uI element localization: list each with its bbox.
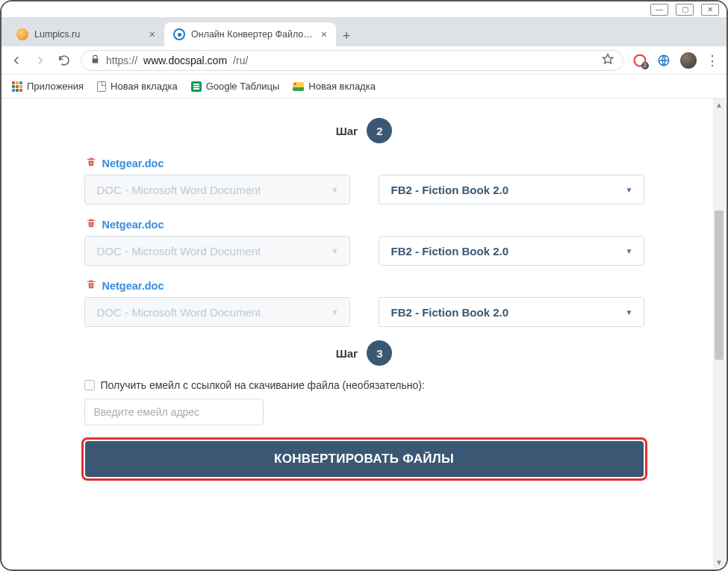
svg-marker-0	[603, 54, 612, 63]
select-value: FB2 - Fiction Book 2.0	[391, 245, 509, 258]
chevron-down-icon: ▼	[332, 186, 339, 194]
step-label: Шаг	[336, 125, 358, 137]
converter-card: Шаг 2 Netgear.doc DOC - Microsoft Word D…	[55, 99, 674, 503]
bookmark-label: Google Таблицы	[206, 81, 280, 92]
checkbox-label: Получить емейл с ссылкой на скачивание ф…	[101, 379, 425, 391]
file-block: Netgear.doc DOC - Microsoft Word Documen…	[55, 279, 674, 327]
target-format-select[interactable]: FB2 - Fiction Book 2.0 ▼	[379, 175, 644, 205]
step-3-header: Шаг 3	[55, 340, 674, 366]
source-format-select[interactable]: DOC - Microsoft Word Document ▼	[84, 297, 350, 327]
back-button[interactable]	[9, 54, 24, 67]
select-value: FB2 - Fiction Book 2.0	[391, 306, 509, 319]
url-host: www.docspal.com	[143, 54, 227, 66]
trash-icon[interactable]	[86, 218, 96, 231]
scrollbar-thumb[interactable]	[715, 210, 724, 360]
chevron-down-icon: ▼	[626, 247, 633, 255]
address-bar[interactable]: https://www.docspal.com/ru/	[81, 50, 623, 71]
bookmark-label: Новая вкладка	[308, 81, 376, 92]
scroll-down-arrow[interactable]: ▼	[713, 556, 725, 568]
browser-toolbar: https://www.docspal.com/ru/ 2 ⋮	[1, 46, 727, 75]
trash-icon[interactable]	[86, 279, 96, 293]
bookmark-sheets[interactable]: Google Таблицы	[191, 81, 280, 92]
step-number-badge: 2	[367, 118, 392, 143]
url-path: /ru/	[233, 54, 248, 66]
url-scheme: https://	[106, 54, 137, 66]
window-minimize[interactable]: —	[650, 4, 668, 16]
target-format-select[interactable]: FB2 - Fiction Book 2.0 ▼	[379, 297, 644, 327]
step-label: Шаг	[336, 347, 358, 360]
select-value: DOC - Microsoft Word Document	[97, 245, 261, 258]
window-maximize[interactable]: ▢	[676, 4, 694, 16]
convert-button[interactable]: КОНВЕРТИРОВАТЬ ФАЙЛЫ	[85, 441, 644, 477]
email-checkbox-row[interactable]: Получить емейл с ссылкой на скачивание ф…	[55, 379, 674, 391]
chevron-down-icon: ▼	[626, 308, 633, 316]
favicon-icon	[16, 28, 28, 40]
favicon-icon	[173, 28, 185, 40]
tab-title: Lumpics.ru	[34, 29, 143, 40]
picture-icon	[293, 82, 304, 91]
profile-avatar[interactable]	[680, 52, 697, 69]
checkbox[interactable]	[84, 380, 95, 390]
select-value: FB2 - Fiction Book 2.0	[391, 184, 509, 196]
extension-opera-icon[interactable]: 2	[632, 53, 647, 68]
scroll-up-arrow[interactable]: ▲	[713, 99, 725, 110]
target-format-select[interactable]: FB2 - Fiction Book 2.0 ▼	[379, 236, 644, 266]
tab-title: Онлайн Конвертер Файлов - Dc	[191, 29, 315, 40]
window-close[interactable]: ✕	[701, 4, 719, 16]
page-icon	[97, 81, 106, 92]
scrollbar-track[interactable]: ▲ ▼	[713, 99, 725, 568]
page-viewport: Шаг 2 Netgear.doc DOC - Microsoft Word D…	[3, 99, 725, 568]
bookmark-label: Новая вкладка	[111, 81, 178, 92]
extension-globe-icon[interactable]	[656, 53, 671, 68]
bookmark-label: Приложения	[27, 81, 84, 92]
bookmark-newtab-2[interactable]: Новая вкладка	[293, 81, 376, 92]
reload-button[interactable]	[57, 54, 72, 67]
browser-menu-button[interactable]: ⋮	[706, 54, 719, 67]
file-block: Netgear.doc DOC - Microsoft Word Documen…	[55, 157, 674, 205]
file-block: Netgear.doc DOC - Microsoft Word Documen…	[55, 218, 674, 266]
step-number-badge: 3	[367, 340, 392, 366]
select-value: DOC - Microsoft Word Document	[97, 184, 261, 196]
bookmark-star-icon[interactable]	[602, 53, 614, 67]
browser-tabstrip: Lumpics.ru × Онлайн Конвертер Файлов - D…	[1, 18, 727, 46]
source-format-select[interactable]: DOC - Microsoft Word Document ▼	[84, 175, 350, 205]
step-2-header: Шаг 2	[55, 118, 674, 143]
apps-grid-icon	[12, 81, 22, 92]
browser-tab-lumpics[interactable]: Lumpics.ru ×	[7, 22, 164, 46]
select-value: DOC - Microsoft Word Document	[97, 306, 261, 319]
email-placeholder: Введите емейл адрес	[94, 406, 200, 418]
chevron-down-icon: ▼	[332, 308, 339, 316]
source-format-select[interactable]: DOC - Microsoft Word Document ▼	[84, 236, 350, 266]
chevron-down-icon: ▼	[626, 186, 633, 194]
file-name[interactable]: Netgear.doc	[102, 157, 164, 169]
trash-icon[interactable]	[86, 157, 96, 170]
browser-tab-docspal[interactable]: Онлайн Конвертер Файлов - Dc ×	[164, 22, 336, 46]
window-titlebar: — ▢ ✕	[1, 1, 727, 18]
file-name[interactable]: Netgear.doc	[102, 219, 164, 231]
tab-close-icon[interactable]: ×	[149, 29, 155, 40]
bookmark-apps[interactable]: Приложения	[12, 81, 84, 92]
bookmark-newtab-1[interactable]: Новая вкладка	[97, 81, 178, 92]
convert-highlight-frame: КОНВЕРТИРОВАТЬ ФАЙЛЫ	[81, 437, 647, 481]
bookmarks-bar: Приложения Новая вкладка Google Таблицы …	[1, 75, 727, 99]
new-tab-button[interactable]: +	[336, 25, 357, 46]
tab-close-icon[interactable]: ×	[321, 29, 327, 40]
lock-icon	[90, 54, 100, 66]
forward-button[interactable]	[33, 54, 48, 67]
file-name[interactable]: Netgear.doc	[102, 280, 164, 292]
email-input[interactable]: Введите емейл адрес	[84, 399, 264, 425]
extension-badge: 2	[641, 62, 649, 69]
sheets-icon	[191, 81, 202, 92]
chevron-down-icon: ▼	[332, 247, 339, 255]
